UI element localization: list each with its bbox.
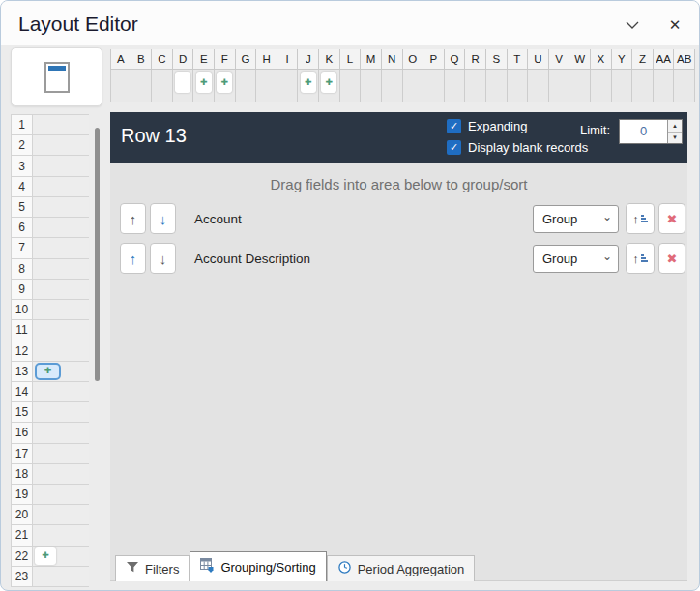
column-letter-q[interactable]: Q xyxy=(445,49,466,70)
row-cell-16[interactable] xyxy=(33,423,89,442)
row-cell-1[interactable] xyxy=(33,115,89,134)
limit-value-input[interactable]: 0 xyxy=(620,120,667,143)
move-down-button-account-description[interactable]: ↓ xyxy=(150,243,176,274)
group-mode-select-account-description[interactable]: Group⌄ xyxy=(533,245,619,273)
column-letter-j[interactable]: J xyxy=(298,49,319,70)
selected-row-field-cell[interactable]: ✚ xyxy=(35,363,61,380)
column-field-cell-j[interactable]: ✚ xyxy=(301,72,316,93)
tab-period-aggregation[interactable]: Period Aggregation xyxy=(327,555,476,581)
row-number-17[interactable]: 17 xyxy=(12,444,33,463)
layout-preview-box[interactable] xyxy=(11,47,102,106)
row-number-4[interactable]: 4 xyxy=(12,177,33,196)
row-cell-17[interactable] xyxy=(33,444,89,463)
column-field-cell-f[interactable]: ✚ xyxy=(217,72,232,93)
row-number-18[interactable]: 18 xyxy=(12,464,33,484)
row-cell-15[interactable] xyxy=(33,402,89,422)
row-number-22[interactable]: 22 xyxy=(12,547,33,566)
column-letter-v[interactable]: V xyxy=(549,49,570,70)
column-letter-ab[interactable]: AB xyxy=(674,49,695,70)
row-number-5[interactable]: 5 xyxy=(12,197,33,217)
row-cell-22[interactable]: ✚ xyxy=(33,547,89,566)
column-letter-u[interactable]: U xyxy=(528,49,549,70)
row-number-11[interactable]: 11 xyxy=(12,320,33,340)
column-letter-d[interactable]: D xyxy=(173,49,194,70)
column-letter-l[interactable]: L xyxy=(340,49,362,70)
row-number-2[interactable]: 2 xyxy=(12,135,33,155)
row-cell-5[interactable] xyxy=(33,197,89,217)
row-cell-14[interactable] xyxy=(33,382,89,401)
column-letter-g[interactable]: G xyxy=(236,49,257,70)
column-letter-i[interactable]: I xyxy=(277,49,299,70)
row-number-9[interactable]: 9 xyxy=(12,280,33,299)
vertical-scrollbar[interactable] xyxy=(95,128,100,381)
row-number-13[interactable]: 13 xyxy=(12,362,33,381)
column-letter-s[interactable]: S xyxy=(486,49,508,70)
sort-order-button-account[interactable]: ↑ xyxy=(626,203,655,234)
display-blank-records-checkbox[interactable]: ✓ xyxy=(447,140,461,155)
row-cell-19[interactable] xyxy=(33,485,89,504)
column-letter-f[interactable]: F xyxy=(215,49,236,70)
column-letter-aa[interactable]: AA xyxy=(654,49,675,70)
close-button[interactable]: ✕ xyxy=(658,15,691,36)
column-letter-m[interactable]: M xyxy=(361,49,382,70)
row-number-3[interactable]: 3 xyxy=(12,156,33,175)
row-number-12[interactable]: 12 xyxy=(12,340,33,360)
row-number-23[interactable]: 23 xyxy=(12,567,33,586)
row-number-19[interactable]: 19 xyxy=(12,485,33,504)
column-letter-x[interactable]: X xyxy=(591,49,612,70)
row-number-7[interactable]: 7 xyxy=(12,238,33,257)
row-cell-11[interactable] xyxy=(33,320,89,340)
row-cell-23[interactable] xyxy=(33,567,89,586)
limit-spin-down-button[interactable]: ▼ xyxy=(668,133,682,144)
row-cell-2[interactable] xyxy=(33,135,89,155)
column-letter-b[interactable]: B xyxy=(131,49,153,70)
column-letter-n[interactable]: N xyxy=(382,49,403,70)
row-number-1[interactable]: 1 xyxy=(12,115,33,134)
column-letter-o[interactable]: O xyxy=(403,49,424,70)
row-cell-13[interactable]: ✚ xyxy=(33,362,89,381)
limit-spinner[interactable]: 0 ▲ ▼ xyxy=(619,119,683,144)
tab-filters[interactable]: Filters xyxy=(115,555,190,581)
row-field-cell[interactable]: ✚ xyxy=(35,547,56,565)
row-number-15[interactable]: 15 xyxy=(12,402,33,422)
row-cell-9[interactable] xyxy=(33,280,89,299)
column-letter-p[interactable]: P xyxy=(423,49,445,70)
tab-grouping-sorting[interactable]: Grouping/Sorting xyxy=(190,551,326,581)
column-letter-y[interactable]: Y xyxy=(612,49,633,70)
column-field-cell-d[interactable] xyxy=(175,72,190,93)
expanding-checkbox[interactable]: ✓ xyxy=(447,119,461,133)
column-letter-t[interactable]: T xyxy=(508,49,529,70)
row-cell-20[interactable] xyxy=(33,505,89,524)
row-cell-21[interactable] xyxy=(33,525,89,545)
column-letter-c[interactable]: C xyxy=(152,49,173,70)
collapse-chevron-button[interactable] xyxy=(616,15,649,36)
remove-field-button-account-description[interactable]: ✖ xyxy=(658,243,685,274)
move-up-button-account-description[interactable]: ↑ xyxy=(120,243,146,274)
row-cell-4[interactable] xyxy=(33,177,89,196)
row-cell-12[interactable] xyxy=(33,340,89,360)
move-up-button-account[interactable]: ↑ xyxy=(120,203,146,234)
column-letter-z[interactable]: Z xyxy=(632,49,654,70)
group-mode-select-account[interactable]: Group⌄ xyxy=(533,205,619,233)
row-number-20[interactable]: 20 xyxy=(12,505,33,524)
row-number-8[interactable]: 8 xyxy=(12,259,33,279)
row-number-10[interactable]: 10 xyxy=(12,300,33,319)
row-number-21[interactable]: 21 xyxy=(12,525,33,545)
row-cell-8[interactable] xyxy=(33,259,89,279)
row-cell-7[interactable] xyxy=(33,238,89,257)
column-letter-a[interactable]: A xyxy=(110,49,131,70)
column-letter-w[interactable]: W xyxy=(569,49,591,70)
column-field-cell-k[interactable]: ✚ xyxy=(321,72,336,93)
column-letter-e[interactable]: E xyxy=(193,49,215,70)
row-number-6[interactable]: 6 xyxy=(12,218,33,237)
row-cell-18[interactable] xyxy=(33,464,89,484)
row-cell-10[interactable] xyxy=(33,300,89,319)
column-letter-r[interactable]: R xyxy=(465,49,486,70)
limit-spin-up-button[interactable]: ▲ xyxy=(668,120,682,133)
row-number-14[interactable]: 14 xyxy=(12,382,33,401)
column-field-cell-e[interactable]: ✚ xyxy=(196,72,212,93)
row-cell-6[interactable] xyxy=(33,218,89,237)
row-number-16[interactable]: 16 xyxy=(12,423,33,442)
remove-field-button-account[interactable]: ✖ xyxy=(658,203,685,234)
column-letter-k[interactable]: K xyxy=(319,49,340,70)
